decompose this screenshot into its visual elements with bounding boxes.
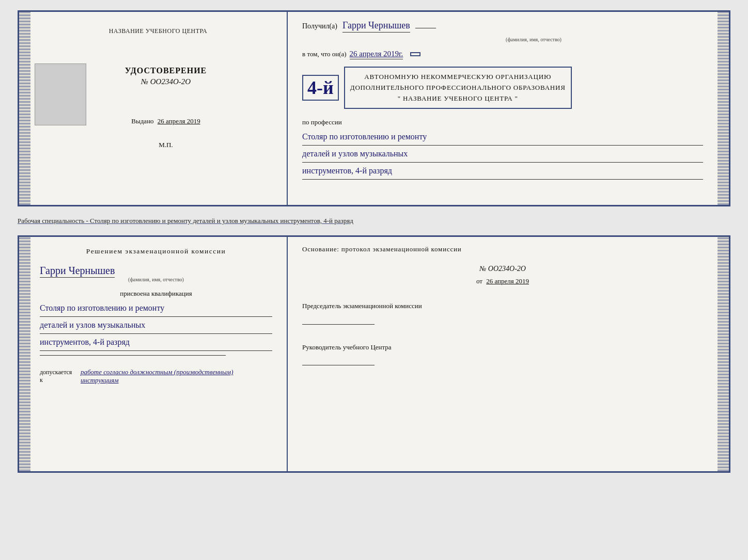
okончил-box <box>410 52 420 56</box>
left-binding-bottom <box>19 237 30 471</box>
poluchil-label: Получил(а) <box>302 22 337 30</box>
photo-placeholder <box>35 63 86 125</box>
bottom-doc-right-page: Основание: протокол экзаменационной коми… <box>288 237 729 471</box>
profession-line1: Столяр по изготовлению и ремонту <box>302 129 703 146</box>
recipient-name: Гарри Чернышев <box>342 20 410 33</box>
ot-label: от <box>476 277 482 285</box>
bottom-qual-line3: инструментов, 4-й разряд <box>40 334 272 351</box>
predsedatel-title: Председатель экзаменационной комиссии <box>302 301 703 311</box>
bottom-qual-line2: деталей и узлов музыкальных <box>40 317 272 334</box>
vtom-label: в том, что он(а) <box>302 50 347 58</box>
dopuskaetsya-label: допускается к <box>40 369 76 384</box>
org-line1: АВТОНОМНУЮ НЕКОММЕРЧЕСКУЮ ОРГАНИЗАЦИЮ <box>350 72 566 83</box>
name-block-bottom: Гарри Чернышев (фамилия, имя, отчество) <box>40 265 272 282</box>
vydano-date: 26 апреля 2019 <box>158 117 200 125</box>
nomer-line: № OO234O-2O <box>302 265 703 273</box>
top-document: НАЗВАНИЕ УЧЕБНОГО ЦЕНТРА УДОСТОВЕРЕНИЕ №… <box>18 10 730 206</box>
resheniem-text: Решением экзаменационной комиссии <box>40 247 272 255</box>
ot-date: 26 апреля 2019 <box>486 277 529 285</box>
fio-label-top: (фамилия, имя, отчество) <box>364 37 703 42</box>
subtitle-line: Рабочая специальность - Столяр по изгото… <box>18 215 730 227</box>
poluchil-line: Получил(а) Гарри Чернышев <box>302 20 703 33</box>
top-doc-left-page: НАЗВАНИЕ УЧЕБНОГО ЦЕНТРА УДОСТОВЕРЕНИЕ №… <box>19 12 288 205</box>
profession-line2: деталей и узлов музыкальных <box>302 146 703 163</box>
bottom-nomer: № OO234O-2O <box>479 265 526 273</box>
udostoverenie-number: № OO234O-2O <box>125 77 207 86</box>
vtom-line: в том, что он(а) 26 апреля 2019г. <box>302 50 703 59</box>
dopusk-text: работе согласно должностным (производств… <box>81 368 272 385</box>
mp-label: М.П. <box>159 141 173 149</box>
rukovoditel-block: Руководитель учебного Центра <box>302 342 703 366</box>
rukovoditel-title: Руководитель учебного Центра <box>302 342 703 353</box>
vydano-label: Выдано <box>131 117 153 125</box>
po-professii: по профессии <box>302 118 703 126</box>
ot-line: от 26 апреля 2019 <box>302 277 703 285</box>
org-block: АВТОНОМНУЮ НЕКОММЕРЧЕСКУЮ ОРГАНИЗАЦИЮ ДО… <box>344 67 572 109</box>
udostoverenie-title: УДОСТОВЕРЕНИЕ <box>125 66 207 75</box>
bottom-qual-line1: Столяр по изготовлению и ремонту <box>40 300 272 317</box>
osnovanie-text: Основание: протокол экзаменационной коми… <box>302 245 703 253</box>
center-name-top: НАЗВАНИЕ УЧЕБНОГО ЦЕНТРА <box>109 27 208 35</box>
prisvoena-text: присвоена квалификация <box>40 290 272 298</box>
top-doc-right-page: Получил(а) Гарри Чернышев (фамилия, имя,… <box>288 12 729 205</box>
udostoverenie-block: УДОСТОВЕРЕНИЕ № OO234O-2O <box>125 66 207 86</box>
predsedatel-signature-line <box>302 314 375 325</box>
predsedatel-block: Председатель экзаменационной комиссии <box>302 301 703 325</box>
vydano-line: Выдано 26 апреля 2019 <box>131 117 200 125</box>
profession-line3: инструментов, 4-й разряд <box>302 163 703 180</box>
right-binding-top <box>718 12 729 205</box>
org-line2: ДОПОЛНИТЕЛЬНОГО ПРОФЕССИОНАЛЬНОГО ОБРАЗО… <box>350 83 566 93</box>
org-name: " НАЗВАНИЕ УЧЕБНОГО ЦЕНТРА " <box>350 93 566 104</box>
bottom-document: Решением экзаменационной комиссии Гарри … <box>18 235 730 473</box>
right-binding-bottom <box>718 237 729 471</box>
dopuskaetsya-block: допускается к работе согласно должностны… <box>40 368 272 385</box>
vtom-date: 26 апреля 2019г. <box>350 50 403 59</box>
rank-badge: 4-й <box>302 75 339 101</box>
bottom-name: Гарри Чернышев <box>40 265 115 278</box>
bottom-doc-left-page: Решением экзаменационной комиссии Гарри … <box>19 237 288 471</box>
rukovoditel-signature-line <box>302 355 375 365</box>
